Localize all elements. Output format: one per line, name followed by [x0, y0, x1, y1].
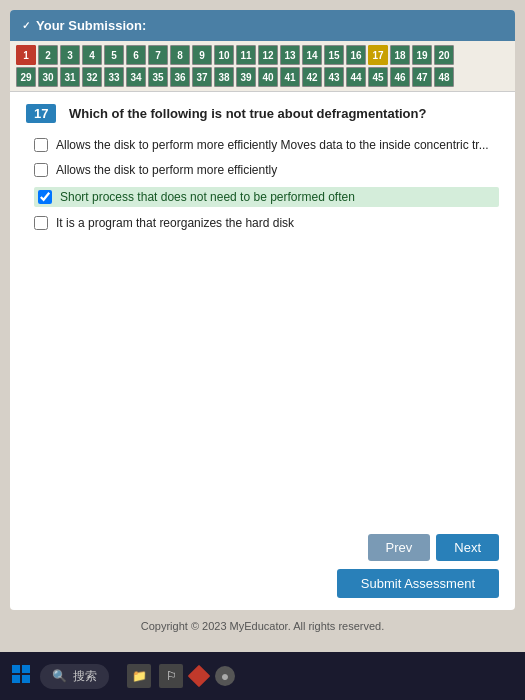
num-btn-14[interactable]: 14 [302, 45, 322, 65]
num-btn-13[interactable]: 13 [280, 45, 300, 65]
num-btn-15[interactable]: 15 [324, 45, 344, 65]
num-btn-18[interactable]: 18 [390, 45, 410, 65]
num-btn-20[interactable]: 20 [434, 45, 454, 65]
num-btn-29[interactable]: 29 [16, 67, 36, 87]
num-btn-44[interactable]: 44 [346, 67, 366, 87]
option-label-1: Allows the disk to perform more efficien… [56, 137, 489, 154]
number-row-1: 1 2 3 4 5 6 7 8 9 10 11 12 13 14 15 16 1… [16, 45, 509, 65]
svg-rect-3 [22, 675, 30, 683]
taskbar-icon-diamond-shape[interactable] [191, 668, 207, 684]
svg-rect-0 [12, 665, 20, 673]
copyright-text: Copyright © 2023 MyEducator. All rights … [141, 620, 385, 632]
num-btn-17[interactable]: 17 [368, 45, 388, 65]
nav-buttons-row: Prev Next [368, 534, 499, 561]
num-btn-11[interactable]: 11 [236, 45, 256, 65]
svg-rect-2 [12, 675, 20, 683]
question-header: 17 Which of the following is not true ab… [26, 104, 499, 123]
chevron-icon: ✓ [22, 20, 30, 31]
num-btn-45[interactable]: 45 [368, 67, 388, 87]
option-item-3: Short process that does not need to be p… [34, 187, 499, 208]
submission-title: Your Submission: [36, 18, 146, 33]
number-row-2: 29 30 31 32 33 34 35 36 37 38 39 40 41 4… [16, 67, 509, 87]
windows-icon[interactable] [12, 665, 30, 688]
submission-panel: ✓ Your Submission: 1 2 3 4 5 6 7 8 9 10 … [10, 10, 515, 610]
num-btn-8[interactable]: 8 [170, 45, 190, 65]
option-item-1: Allows the disk to perform more efficien… [34, 137, 499, 154]
num-btn-2[interactable]: 2 [38, 45, 58, 65]
submission-header: ✓ Your Submission: [10, 10, 515, 41]
number-grid: 1 2 3 4 5 6 7 8 9 10 11 12 13 14 15 16 1… [10, 41, 515, 92]
num-btn-48[interactable]: 48 [434, 67, 454, 87]
taskbar-icons: 📁 ⚐ ● [127, 664, 235, 688]
option-item-4: It is a program that reorganizes the har… [34, 215, 499, 232]
next-button[interactable]: Next [436, 534, 499, 561]
num-btn-32[interactable]: 32 [82, 67, 102, 87]
taskbar-icon-circle[interactable]: ● [215, 666, 235, 686]
num-btn-16[interactable]: 16 [346, 45, 366, 65]
num-btn-4[interactable]: 4 [82, 45, 102, 65]
num-btn-40[interactable]: 40 [258, 67, 278, 87]
taskbar: 🔍 搜索 📁 ⚐ ● [0, 652, 525, 700]
taskbar-icon-flag[interactable]: ⚐ [159, 664, 183, 688]
option-item-2: Allows the disk to perform more efficien… [34, 162, 499, 179]
num-btn-1[interactable]: 1 [16, 45, 36, 65]
num-btn-6[interactable]: 6 [126, 45, 146, 65]
taskbar-search-box[interactable]: 🔍 搜索 [40, 664, 109, 689]
num-btn-33[interactable]: 33 [104, 67, 124, 87]
option-label-4: It is a program that reorganizes the har… [56, 215, 294, 232]
num-btn-46[interactable]: 46 [390, 67, 410, 87]
num-btn-5[interactable]: 5 [104, 45, 124, 65]
options-list: Allows the disk to perform more efficien… [26, 137, 499, 232]
num-btn-47[interactable]: 47 [412, 67, 432, 87]
question-area: 17 Which of the following is not true ab… [10, 92, 515, 522]
num-btn-39[interactable]: 39 [236, 67, 256, 87]
num-btn-9[interactable]: 9 [192, 45, 212, 65]
question-text: Which of the following is not true about… [69, 106, 426, 121]
question-number: 17 [26, 104, 56, 123]
option-checkbox-2[interactable] [34, 163, 48, 177]
num-btn-30[interactable]: 30 [38, 67, 58, 87]
taskbar-icon-files[interactable]: 📁 [127, 664, 151, 688]
search-icon: 🔍 [52, 669, 67, 683]
num-btn-38[interactable]: 38 [214, 67, 234, 87]
num-btn-7[interactable]: 7 [148, 45, 168, 65]
option-label-2: Allows the disk to perform more efficien… [56, 162, 277, 179]
num-btn-37[interactable]: 37 [192, 67, 212, 87]
option-checkbox-1[interactable] [34, 138, 48, 152]
option-checkbox-3[interactable] [38, 190, 52, 204]
main-content: ✓ Your Submission: 1 2 3 4 5 6 7 8 9 10 … [0, 0, 525, 652]
num-btn-43[interactable]: 43 [324, 67, 344, 87]
buttons-area: Prev Next Submit Assessment [10, 522, 515, 610]
num-btn-42[interactable]: 42 [302, 67, 322, 87]
svg-rect-1 [22, 665, 30, 673]
copyright-area: Copyright © 2023 MyEducator. All rights … [10, 610, 515, 642]
num-btn-34[interactable]: 34 [126, 67, 146, 87]
option-label-3: Short process that does not need to be p… [60, 189, 355, 206]
prev-button[interactable]: Prev [368, 534, 431, 561]
num-btn-41[interactable]: 41 [280, 67, 300, 87]
num-btn-12[interactable]: 12 [258, 45, 278, 65]
taskbar-search-text: 搜索 [73, 668, 97, 685]
num-btn-3[interactable]: 3 [60, 45, 80, 65]
num-btn-31[interactable]: 31 [60, 67, 80, 87]
num-btn-35[interactable]: 35 [148, 67, 168, 87]
num-btn-36[interactable]: 36 [170, 67, 190, 87]
submit-button[interactable]: Submit Assessment [337, 569, 499, 598]
num-btn-10[interactable]: 10 [214, 45, 234, 65]
num-btn-19[interactable]: 19 [412, 45, 432, 65]
option-checkbox-4[interactable] [34, 216, 48, 230]
